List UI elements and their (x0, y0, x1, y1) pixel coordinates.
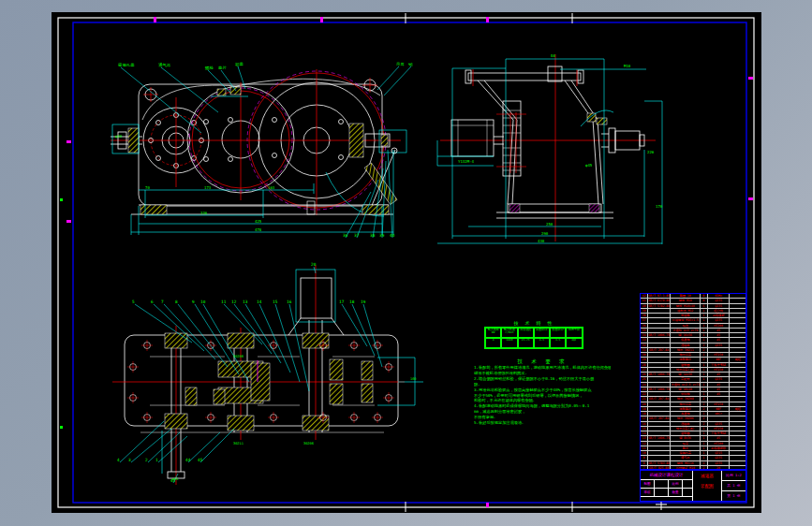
bom-cell (648, 446, 672, 450)
callout-label: 425 (255, 219, 262, 224)
callout-label: 30211 (233, 442, 244, 446)
bom-cell: 轴承端盖(透) (671, 427, 700, 431)
bom-cell: 37 (641, 318, 648, 322)
bom-cell: 45 (708, 387, 731, 391)
bom-cell (648, 431, 672, 435)
tech-table-cell: 低速级i2 (550, 328, 566, 338)
bom-cell: 1 (701, 324, 708, 328)
bom-cell: 2 (701, 402, 708, 406)
note-line: 5.装好后按规定加注润滑油。 (474, 420, 611, 426)
callout-label: 19 (361, 300, 366, 304)
bom-cell (730, 422, 746, 426)
bom-cell (648, 402, 672, 406)
bom-cell: 定距环 (671, 377, 700, 381)
bom-cell: 1 (701, 377, 708, 381)
leader-line (342, 304, 367, 346)
leader-line (120, 421, 164, 462)
bom-cell: Q235 (708, 299, 731, 302)
callout-label: 18 (349, 300, 355, 304)
title-block-cell: 数量 (669, 489, 683, 496)
bom-cell (730, 329, 746, 332)
bom-cell: 8 (701, 299, 708, 302)
bom-cell (648, 392, 672, 396)
bom-cell: GB/T 297-84 (648, 397, 672, 401)
bom-cell: 挡油盘 (671, 343, 700, 347)
bom-cell: 垫圈 10 (671, 294, 700, 298)
bom-cell: 22 (641, 392, 648, 396)
callout-label: 窥视孔盖 (118, 63, 135, 67)
bom-cell (730, 324, 746, 328)
bom-cell: 键 14×56 (671, 373, 700, 376)
callout-label: 30206 (303, 442, 314, 446)
bom-cell: 螺母 M10 (671, 299, 700, 302)
bom-cell: 45 (708, 436, 731, 440)
callout-label: 14 (257, 300, 262, 304)
bom-cell (730, 377, 746, 381)
bom-cell: 26 (641, 373, 648, 376)
bom-cell: 2 (701, 407, 708, 411)
bom-cell: 油标尺 M12 (671, 309, 700, 313)
plan-view (111, 69, 406, 235)
bom-cell: 45 (708, 392, 731, 396)
tech-table-cell: 4.5 (534, 338, 550, 348)
bom-cell (708, 416, 731, 420)
bom-cell (708, 348, 731, 352)
bom-cell (648, 412, 672, 416)
bom-cell (730, 416, 746, 420)
bom-cell: 12 (641, 442, 648, 446)
bom-cell: 键 8×36 (671, 436, 700, 440)
cad-drawing-viewport: 窥视孔盖通气器螺栓垫片箱盖吊耳销363738394070173163336425… (0, 0, 812, 526)
bom-cell (730, 333, 746, 337)
bom-cell: 31 (641, 348, 648, 352)
bom-cell: 25 (641, 377, 648, 381)
bom-cell: 8 (641, 461, 648, 465)
bom-cell (730, 294, 746, 298)
bom-cell: 1 (701, 353, 708, 357)
bom-cell: 1 (701, 436, 708, 440)
callout-label: 16 (287, 300, 292, 304)
bom-cell (730, 412, 746, 416)
bom-cell: 45 (708, 383, 731, 387)
bom-cell: 21 (641, 397, 648, 401)
callout-label: 螺栓 (205, 66, 214, 70)
bom-cell: 1 (701, 387, 708, 391)
bom-cell: 挡油盘 (671, 422, 700, 426)
callout-label: 1 (155, 458, 158, 462)
callout-label: 45 (198, 458, 203, 462)
callout-label: 44 (185, 458, 191, 462)
bom-cell: 中间轴 (671, 392, 700, 396)
bom-cell: 20 (641, 402, 648, 406)
bom-cell: 键 10×40 (671, 387, 700, 391)
callout-label: Y132M-4 (458, 159, 474, 164)
bom-cell (648, 318, 672, 322)
bom-cell: 2 (701, 416, 708, 420)
bom-cell: Q235 (708, 304, 731, 308)
callout-label: 160 (410, 377, 417, 381)
callout-label: 170 (656, 204, 663, 209)
bom-cell (648, 338, 672, 342)
bom-cell: 27 (641, 368, 648, 372)
callout-label: 290 (541, 231, 549, 236)
leader-line (346, 192, 371, 238)
bom-cell: 大齿轮 m=2.5 z=71 (671, 383, 700, 387)
bom-cell: 轴承端盖 (671, 402, 700, 406)
bom-cell: 11 (641, 446, 648, 450)
bom-cell: 08F (708, 407, 731, 411)
bom-cell: 大齿轮 m=3 z=79 (671, 329, 700, 332)
title-block-cell: 审核 (641, 489, 655, 496)
bom-cell (730, 427, 746, 431)
bom-cell: 40Cr (708, 412, 731, 416)
bom-cell: 6 (701, 304, 708, 308)
bom-cell: 45 (708, 338, 731, 342)
leader-line (121, 67, 201, 133)
bom-cell: 4 (701, 461, 708, 465)
bom-cell (730, 348, 746, 352)
bom-cell: 1 (701, 373, 708, 376)
leader-line (161, 67, 218, 112)
bom-cell: 10 (641, 451, 648, 455)
bom-cell: 高速轴 (671, 412, 700, 416)
callout-label: 38 (370, 233, 376, 238)
bom-cell: GB/T 1096-79 (648, 373, 672, 376)
bom-cell (648, 383, 672, 387)
bom-cell: 1 (701, 451, 708, 455)
